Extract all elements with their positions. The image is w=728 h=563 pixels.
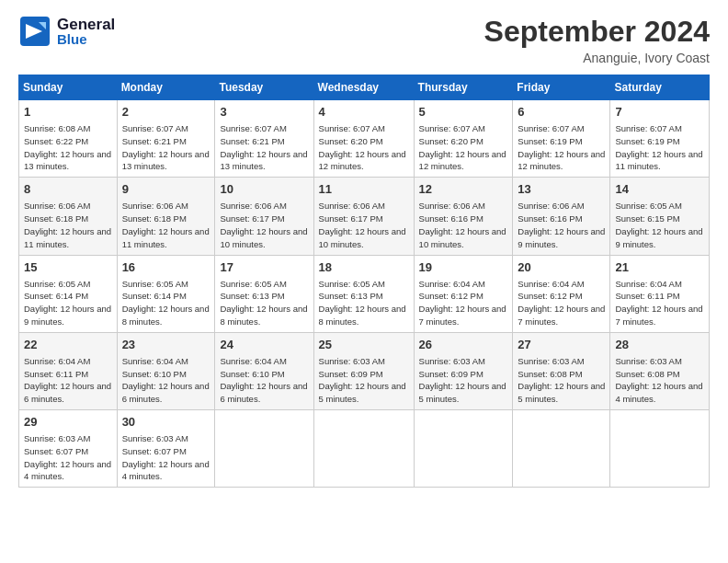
calendar-cell: 4 Sunrise: 6:07 AM Sunset: 6:20 PM Dayli… (313, 100, 414, 178)
day-detail: Sunrise: 6:05 AM Sunset: 6:13 PM Dayligh… (319, 278, 409, 328)
calendar-cell (313, 410, 414, 488)
day-number: 2 (122, 104, 210, 121)
calendar-cell: 14 Sunrise: 6:05 AM Sunset: 6:15 PM Dayl… (610, 178, 710, 255)
day-detail: Sunrise: 6:04 AM Sunset: 6:11 PM Dayligh… (615, 278, 704, 328)
calendar-cell: 7 Sunrise: 6:07 AM Sunset: 6:19 PM Dayli… (610, 100, 710, 178)
dow-header: Friday (513, 75, 610, 100)
calendar-cell: 16 Sunrise: 6:05 AM Sunset: 6:14 PM Dayl… (117, 255, 215, 332)
calendar-cell: 1 Sunrise: 6:08 AM Sunset: 6:22 PM Dayli… (19, 100, 118, 178)
calendar-cell: 29 Sunrise: 6:03 AM Sunset: 6:07 PM Dayl… (19, 410, 118, 488)
day-detail: Sunrise: 6:04 AM Sunset: 6:10 PM Dayligh… (122, 355, 210, 406)
day-detail: Sunrise: 6:07 AM Sunset: 6:20 PM Dayligh… (319, 122, 409, 173)
calendar-cell: 8 Sunrise: 6:06 AM Sunset: 6:18 PM Dayli… (19, 178, 118, 255)
day-number: 29 (24, 414, 112, 431)
calendar-cell: 25 Sunrise: 6:03 AM Sunset: 6:09 PM Dayl… (313, 332, 414, 409)
day-detail: Sunrise: 6:05 AM Sunset: 6:14 PM Dayligh… (122, 278, 210, 328)
day-number: 27 (518, 337, 605, 353)
day-detail: Sunrise: 6:04 AM Sunset: 6:10 PM Dayligh… (220, 355, 308, 406)
day-detail: Sunrise: 6:04 AM Sunset: 6:12 PM Dayligh… (419, 278, 508, 328)
day-number: 20 (518, 259, 605, 276)
day-number: 3 (220, 104, 308, 121)
calendar-cell: 27 Sunrise: 6:03 AM Sunset: 6:08 PM Dayl… (513, 332, 610, 409)
dow-header: Monday (117, 75, 215, 100)
day-number: 17 (220, 259, 308, 276)
calendar-cell: 10 Sunrise: 6:06 AM Sunset: 6:17 PM Dayl… (215, 178, 313, 255)
day-number: 6 (518, 104, 605, 121)
day-detail: Sunrise: 6:07 AM Sunset: 6:19 PM Dayligh… (518, 122, 605, 173)
calendar-table: SundayMondayTuesdayWednesdayThursdayFrid… (18, 75, 710, 488)
day-detail: Sunrise: 6:07 AM Sunset: 6:19 PM Dayligh… (615, 122, 704, 173)
day-number: 13 (518, 181, 605, 198)
day-detail: Sunrise: 6:06 AM Sunset: 6:17 PM Dayligh… (220, 200, 308, 250)
day-detail: Sunrise: 6:03 AM Sunset: 6:09 PM Dayligh… (419, 355, 508, 406)
day-number: 18 (319, 259, 409, 276)
dow-header: Wednesday (313, 75, 414, 100)
calendar-cell: 18 Sunrise: 6:05 AM Sunset: 6:13 PM Dayl… (313, 255, 414, 332)
day-detail: Sunrise: 6:04 AM Sunset: 6:11 PM Dayligh… (24, 355, 112, 406)
day-number: 19 (419, 259, 508, 276)
calendar-cell (610, 410, 710, 488)
logo-svg (18, 15, 51, 48)
day-detail: Sunrise: 6:05 AM Sunset: 6:14 PM Dayligh… (24, 278, 112, 328)
day-detail: Sunrise: 6:07 AM Sunset: 6:21 PM Dayligh… (220, 122, 308, 173)
day-number: 23 (122, 337, 210, 353)
day-detail: Sunrise: 6:06 AM Sunset: 6:18 PM Dayligh… (24, 200, 112, 250)
day-number: 7 (615, 104, 704, 121)
calendar-cell: 17 Sunrise: 6:05 AM Sunset: 6:13 PM Dayl… (215, 255, 313, 332)
calendar-cell: 22 Sunrise: 6:04 AM Sunset: 6:11 PM Dayl… (19, 332, 118, 409)
calendar-cell: 23 Sunrise: 6:04 AM Sunset: 6:10 PM Dayl… (117, 332, 215, 409)
calendar-cell: 26 Sunrise: 6:03 AM Sunset: 6:09 PM Dayl… (414, 332, 513, 409)
calendar-cell: 6 Sunrise: 6:07 AM Sunset: 6:19 PM Dayli… (513, 100, 610, 178)
day-number: 5 (419, 104, 508, 121)
day-detail: Sunrise: 6:06 AM Sunset: 6:16 PM Dayligh… (419, 200, 508, 250)
calendar-cell (414, 410, 513, 488)
day-number: 14 (615, 181, 704, 198)
day-number: 26 (419, 337, 508, 353)
day-detail: Sunrise: 6:06 AM Sunset: 6:16 PM Dayligh… (518, 200, 605, 250)
dow-header: Sunday (19, 75, 118, 100)
calendar-cell: 5 Sunrise: 6:07 AM Sunset: 6:20 PM Dayli… (414, 100, 513, 178)
day-number: 30 (122, 414, 210, 431)
day-number: 4 (319, 104, 409, 121)
logo: General Blue (18, 15, 115, 48)
day-detail: Sunrise: 6:03 AM Sunset: 6:07 PM Dayligh… (122, 432, 210, 483)
dow-header: Saturday (610, 75, 710, 100)
day-number: 8 (24, 181, 112, 198)
day-number: 1 (24, 104, 112, 121)
day-detail: Sunrise: 6:03 AM Sunset: 6:09 PM Dayligh… (319, 355, 409, 406)
day-number: 11 (319, 181, 409, 198)
dow-header: Tuesday (215, 75, 313, 100)
day-detail: Sunrise: 6:05 AM Sunset: 6:15 PM Dayligh… (615, 200, 704, 250)
day-detail: Sunrise: 6:04 AM Sunset: 6:12 PM Dayligh… (518, 278, 605, 328)
day-number: 22 (24, 337, 112, 353)
day-number: 28 (615, 337, 704, 353)
calendar-cell: 28 Sunrise: 6:03 AM Sunset: 6:08 PM Dayl… (610, 332, 710, 409)
day-detail: Sunrise: 6:03 AM Sunset: 6:07 PM Dayligh… (24, 432, 112, 483)
calendar-cell: 11 Sunrise: 6:06 AM Sunset: 6:17 PM Dayl… (313, 178, 414, 255)
day-detail: Sunrise: 6:06 AM Sunset: 6:18 PM Dayligh… (122, 200, 210, 250)
day-number: 15 (24, 259, 112, 276)
calendar-cell: 19 Sunrise: 6:04 AM Sunset: 6:12 PM Dayl… (414, 255, 513, 332)
calendar-cell (513, 410, 610, 488)
day-number: 25 (319, 337, 409, 353)
day-number: 24 (220, 337, 308, 353)
dow-header: Thursday (414, 75, 513, 100)
day-detail: Sunrise: 6:07 AM Sunset: 6:21 PM Dayligh… (122, 122, 210, 173)
calendar-cell: 20 Sunrise: 6:04 AM Sunset: 6:12 PM Dayl… (513, 255, 610, 332)
day-number: 21 (615, 259, 704, 276)
day-detail: Sunrise: 6:06 AM Sunset: 6:17 PM Dayligh… (319, 200, 409, 250)
calendar-cell (215, 410, 313, 488)
day-detail: Sunrise: 6:03 AM Sunset: 6:08 PM Dayligh… (518, 355, 605, 406)
calendar-cell: 2 Sunrise: 6:07 AM Sunset: 6:21 PM Dayli… (117, 100, 215, 178)
calendar-cell: 13 Sunrise: 6:06 AM Sunset: 6:16 PM Dayl… (513, 178, 610, 255)
title-block: September 2024 Ananguie, Ivory Coast (484, 15, 710, 65)
day-number: 10 (220, 181, 308, 198)
location: Ananguie, Ivory Coast (484, 51, 710, 65)
day-detail: Sunrise: 6:08 AM Sunset: 6:22 PM Dayligh… (24, 122, 112, 173)
day-detail: Sunrise: 6:03 AM Sunset: 6:08 PM Dayligh… (615, 355, 704, 406)
day-number: 9 (122, 181, 210, 198)
calendar-cell: 12 Sunrise: 6:06 AM Sunset: 6:16 PM Dayl… (414, 178, 513, 255)
calendar-cell: 9 Sunrise: 6:06 AM Sunset: 6:18 PM Dayli… (117, 178, 215, 255)
calendar-cell: 30 Sunrise: 6:03 AM Sunset: 6:07 PM Dayl… (117, 410, 215, 488)
month-title: September 2024 (484, 15, 710, 49)
